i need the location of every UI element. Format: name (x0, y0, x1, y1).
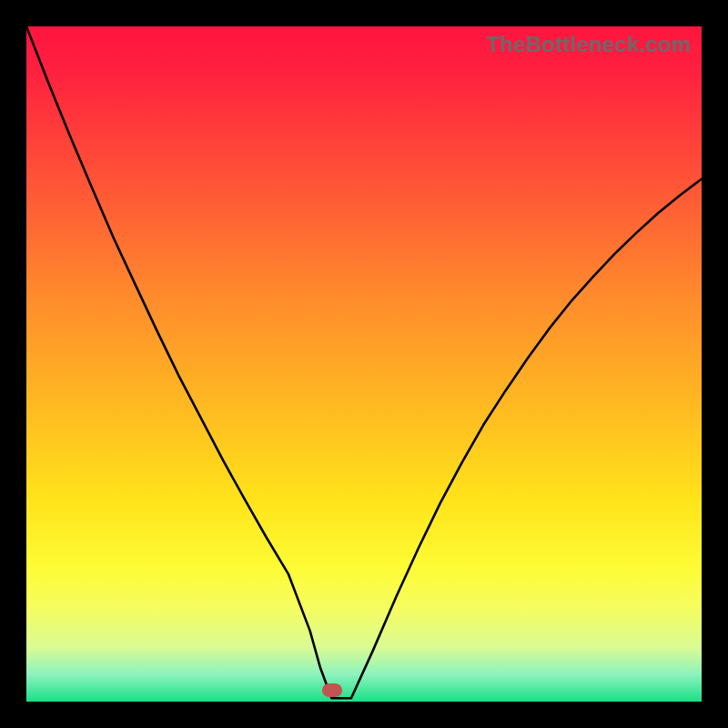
bottleneck-curve (26, 26, 702, 702)
optimal-point-marker (322, 683, 342, 697)
curve-path (26, 26, 702, 698)
chart-frame: TheBottleneck.com (0, 0, 728, 728)
plot-area: TheBottleneck.com (26, 26, 702, 702)
